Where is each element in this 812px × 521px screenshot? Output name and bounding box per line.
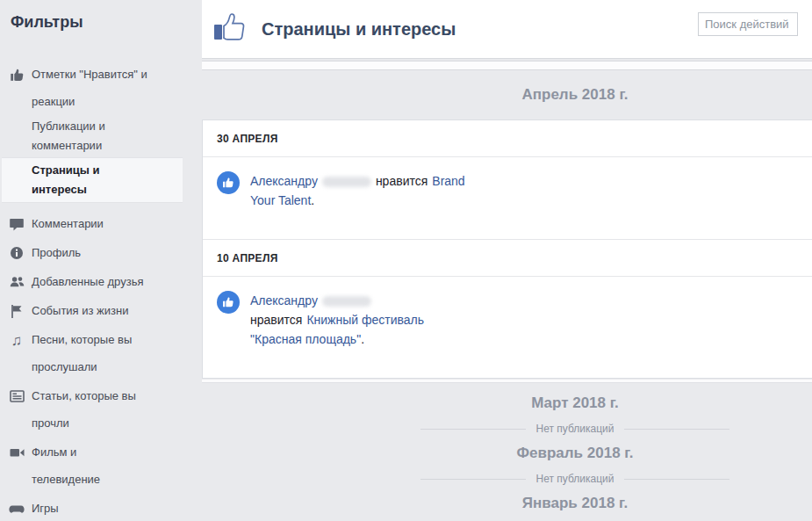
sidebar-item-label: Публикации и комментарии: [32, 117, 190, 156]
sidebar-item-comments[interactable]: Комментарии: [0, 210, 202, 237]
sidebar-item-label: Статьи, которые вы прочли: [32, 382, 190, 437]
redacted-name: [322, 296, 371, 307]
info-icon: [9, 245, 25, 261]
like-circle-icon: [217, 291, 240, 314]
sentence-period: .: [311, 193, 314, 207]
sidebar-item-label: Профиль: [32, 239, 190, 266]
actor-link[interactable]: Александру: [250, 174, 318, 188]
empty-months-section: Март 2018 г. Нет публикаций Февраль 2018…: [202, 394, 812, 512]
sidebar-item-posts-comments[interactable]: Публикации и комментарии: [0, 117, 202, 156]
sidebar-title: Фильтры: [0, 0, 202, 32]
activity-entry-text: АлександрунравитсяКнижный фестиваль "Кра…: [250, 291, 478, 349]
sidebar-item-articles[interactable]: Статьи, которые вы прочли: [0, 382, 202, 437]
no-posts-label: Нет публикаций: [536, 473, 614, 485]
gamepad-icon: [9, 501, 25, 517]
comment-icon: [9, 216, 25, 232]
month-header-april: Апрель 2018 г.: [202, 70, 812, 119]
activity-verb: нравится: [250, 313, 302, 327]
no-posts-divider: Нет публикаций: [202, 423, 812, 435]
activity-verb: нравится: [376, 174, 428, 188]
month-header-march: Март 2018 г.: [202, 394, 812, 412]
activity-log-main: Страницы и интересы Апрель 2018 г. 30 АП…: [202, 0, 812, 512]
friends-icon: [9, 274, 25, 290]
search-actions-input[interactable]: [698, 12, 798, 36]
sidebar-item-profile[interactable]: Профиль: [0, 239, 202, 266]
divider-line: [420, 479, 526, 480]
activity-entry-text: АлександрунравитсяBrand Your Talent.: [250, 171, 478, 210]
activity-entry: АлександрунравитсяКнижный фестиваль "Кра…: [203, 277, 812, 378]
divider-line: [624, 479, 729, 480]
activity-card: 30 АПРЕЛЯ АлександрунравитсяBrand Your T…: [202, 119, 812, 379]
sidebar-item-label: Отметки "Нравится" и реакции: [32, 61, 190, 115]
sidebar-item-label: Добавленные друзья: [32, 268, 190, 295]
card-bottom-edge: [202, 380, 812, 383]
actor-link[interactable]: Александру: [250, 293, 318, 308]
flag-icon: [9, 303, 25, 319]
thumbs-up-header-icon: [212, 11, 249, 47]
date-header-30-april: 30 АПРЕЛЯ: [203, 120, 812, 157]
sidebar-item-label: События из жизни: [32, 297, 190, 324]
activity-log-header: Страницы и интересы: [202, 0, 812, 59]
sidebar-item-label: Комментарии: [32, 210, 190, 237]
sidebar-item-life-events[interactable]: События из жизни: [0, 297, 202, 324]
divider-line: [624, 429, 729, 430]
page-title: Страницы и интересы: [262, 19, 456, 40]
date-header-10-april: 10 АПРЕЛЯ: [203, 239, 812, 277]
month-header-february: Февраль 2018 г.: [202, 445, 812, 462]
no-posts-label: Нет публикаций: [536, 423, 614, 435]
sidebar-item-games[interactable]: Игры: [0, 495, 202, 521]
sidebar-item-likes-reactions[interactable]: Отметки "Нравится" и реакции: [0, 61, 202, 115]
article-icon: [9, 388, 25, 404]
sidebar-item-pages-interests[interactable]: Страницы и интересы: [2, 157, 183, 203]
like-circle-icon: [217, 171, 240, 194]
thumbs-up-icon: [9, 67, 25, 83]
video-camera-icon: [9, 445, 25, 460]
sidebar-item-label: Страницы и интересы: [32, 161, 170, 199]
sidebar-item-label: Песни, которые вы прослушали: [32, 326, 190, 380]
filters-sidebar: Фильтры Отметки "Нравится" и реакции Пуб…: [0, 0, 202, 521]
redacted-name: [322, 177, 371, 187]
no-posts-divider: Нет публикаций: [202, 473, 812, 485]
collapsed-card-edge: [202, 61, 812, 70]
music-note-icon: ♫: [9, 332, 25, 348]
sentence-period: .: [361, 332, 364, 346]
month-header-january: Январь 2018 г.: [202, 495, 812, 512]
sidebar-item-film-tv[interactable]: Фильм и телевидение: [0, 438, 202, 493]
sidebar-item-label: Игры: [32, 495, 190, 521]
divider-line: [420, 429, 526, 430]
sidebar-item-label: Фильм и телевидение: [32, 438, 190, 493]
sidebar-item-added-friends[interactable]: Добавленные друзья: [0, 268, 202, 295]
filter-list: Отметки "Нравится" и реакции Публикации …: [0, 61, 202, 521]
sidebar-item-songs[interactable]: ♫ Песни, которые вы прослушали: [0, 326, 202, 380]
activity-entry: АлександрунравитсяBrand Your Talent.: [203, 157, 812, 239]
